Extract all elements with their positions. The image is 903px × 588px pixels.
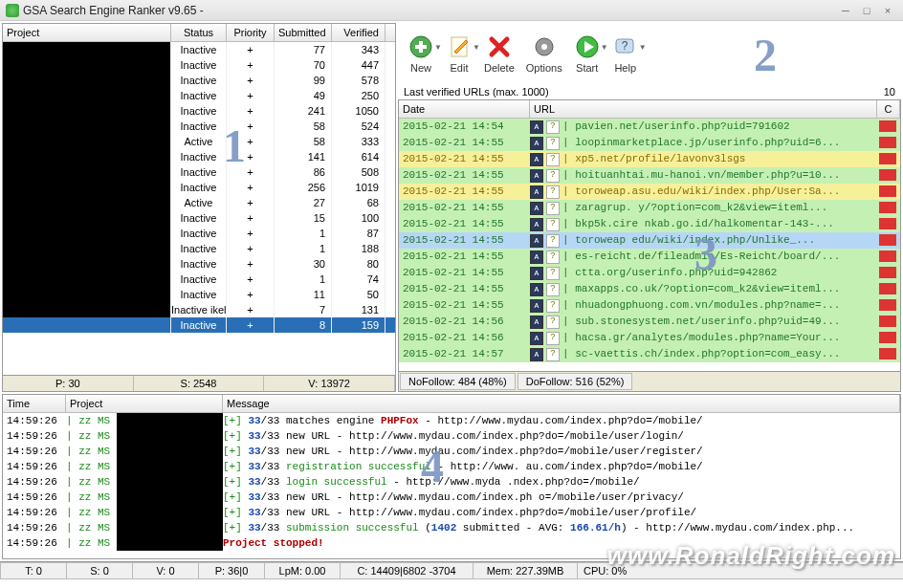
- project-row[interactable]: Inactive+99578: [3, 73, 395, 88]
- dofollow-stat: DoFollow: 516 (52%): [518, 373, 633, 390]
- status-t: T: 0: [0, 562, 67, 579]
- options-button[interactable]: Options: [526, 33, 562, 74]
- url-body[interactable]: 2015-02-21 14:54A?| pavien.net/userinfo.…: [399, 119, 900, 371]
- url-row[interactable]: 2015-02-21 14:55A?| es-reicht.de/fileadm…: [399, 249, 900, 265]
- log-row[interactable]: 14:59:26| zz MS [+] 33/33 new URL - http…: [3, 505, 900, 520]
- status-s: S: 0: [66, 562, 133, 579]
- log-body[interactable]: 14:59:26| zz MS [+] 33/33 matches engine…: [3, 413, 900, 558]
- url-row[interactable]: 2015-02-21 14:56A?| sub.stonesystem.net/…: [399, 314, 900, 330]
- url-row[interactable]: 2015-02-21 14:54A?| pavien.net/userinfo.…: [399, 119, 900, 135]
- projects-panel: Project Status Priority Submitted Verifi…: [2, 23, 396, 392]
- flag-icon: [879, 267, 896, 278]
- svg-text:?: ?: [621, 39, 628, 53]
- toolbar: New▼Edit▼DeleteOptionsStart▼?Help▼: [398, 23, 901, 84]
- project-row[interactable]: Inactive+187: [3, 226, 395, 241]
- project-row[interactable]: Inactive+141614: [3, 149, 395, 164]
- log-row[interactable]: 14:59:26| zz MS [+] 33/33 new URL - http…: [3, 490, 900, 505]
- col-c[interactable]: C: [877, 100, 900, 118]
- col-url[interactable]: URL: [530, 100, 877, 118]
- url-row[interactable]: 2015-02-21 14:55A?| hoituanhtai.mu-hanoi…: [399, 167, 900, 184]
- project-row[interactable]: Inactive+2411050: [3, 103, 395, 119]
- stat-v: V: 13972: [264, 376, 395, 391]
- stat-s: S: 2548: [134, 376, 265, 391]
- log-row[interactable]: 14:59:26| zz MS [+] 33/33 new URL - http…: [3, 444, 900, 459]
- flag-icon: [879, 137, 896, 148]
- projects-stats: P: 30 S: 2548 V: 13972: [3, 375, 395, 391]
- url-row[interactable]: 2015-02-21 14:57A?| sc-vaettis.ch/index.…: [399, 346, 900, 362]
- maximize-button[interactable]: □: [857, 4, 876, 17]
- edit-button[interactable]: Edit▼: [446, 33, 473, 74]
- flag-icon: [879, 202, 896, 213]
- chevron-down-icon[interactable]: ▼: [473, 43, 480, 52]
- log-row[interactable]: 14:59:26| zz MS [+] 33/33 submission suc…: [3, 520, 900, 535]
- log-row[interactable]: 14:59:26| zz MS Project stopped!: [3, 535, 900, 551]
- project-row[interactable]: Inactive+58524: [3, 119, 395, 134]
- url-header: Date URL C: [399, 100, 900, 119]
- project-row[interactable]: Inactive+86508: [3, 164, 395, 180]
- col-project[interactable]: Project: [3, 24, 171, 41]
- log-row[interactable]: 14:59:26| zz MS [+] 33/33 login successf…: [3, 474, 900, 490]
- col-time[interactable]: Time: [3, 395, 66, 412]
- chevron-down-icon[interactable]: ▼: [639, 43, 647, 52]
- url-row[interactable]: 2015-02-21 14:55A?| loopinmarketplace.jp…: [399, 135, 900, 151]
- svg-rect-2: [419, 41, 423, 53]
- url-row[interactable]: 2015-02-21 14:55A?| ctta.org/userinfo.ph…: [399, 265, 900, 281]
- log-row[interactable]: 14:59:26| zz MS [+] 33/33 new URL - http…: [3, 428, 900, 444]
- projects-body[interactable]: Inactive+77343Inactive+70447Inactive+995…: [3, 42, 395, 375]
- url-row[interactable]: 2015-02-21 14:56A?| hacsa.gr/analytes/mo…: [399, 330, 900, 346]
- close-button[interactable]: ×: [878, 4, 897, 17]
- flag-icon: [879, 234, 896, 246]
- x-icon: [486, 33, 513, 60]
- projects-header: Project Status Priority Submitted Verifi…: [3, 24, 395, 42]
- url-row[interactable]: 2015-02-21 14:55A?| toroweap edu/wiki/in…: [399, 232, 900, 249]
- delete-button[interactable]: Delete: [484, 33, 515, 74]
- url-row[interactable]: 2015-02-21 14:55A?| nhuadongphuong.com.v…: [399, 297, 900, 314]
- project-row[interactable]: Inactive+15100: [3, 210, 395, 226]
- new-button[interactable]: New▼: [407, 33, 434, 74]
- project-row[interactable]: Inactive+174: [3, 272, 395, 287]
- url-row[interactable]: 2015-02-21 14:55A?| bkp5k.cire nkab.go.i…: [399, 216, 900, 232]
- project-row[interactable]: Active+58333: [3, 134, 395, 149]
- project-row[interactable]: Inactive ikel ...+7131: [3, 302, 395, 317]
- flag-icon: [879, 120, 896, 132]
- status-p: P: 36|0: [198, 562, 265, 579]
- log-row[interactable]: 14:59:26| zz MS [+] 33/33 matches engine…: [3, 413, 900, 428]
- project-row[interactable]: Inactive+49250: [3, 88, 395, 103]
- project-row[interactable]: Inactive+8159: [3, 317, 395, 333]
- titlebar: GSA Search Engine Ranker v9.65 - ─ □ ×: [0, 0, 903, 21]
- url-row[interactable]: 2015-02-21 14:55A?| zaragrup. y/?option=…: [399, 200, 900, 216]
- col-message[interactable]: Message: [223, 395, 900, 412]
- project-row[interactable]: Inactive+1188: [3, 241, 395, 256]
- flag-icon: [879, 153, 896, 164]
- chevron-down-icon[interactable]: ▼: [434, 43, 442, 52]
- col-submitted[interactable]: Submitted: [275, 24, 332, 41]
- url-row[interactable]: 2015-02-21 14:55A?| xp5.net/profile/lavo…: [399, 151, 900, 167]
- status-c: C: 14409|6802 -3704: [340, 562, 474, 579]
- project-row[interactable]: Active+2768: [3, 195, 395, 210]
- chevron-down-icon[interactable]: ▼: [601, 43, 608, 52]
- project-row[interactable]: Inactive+1150: [3, 287, 395, 302]
- flag-icon: [879, 185, 896, 197]
- col-project[interactable]: Project: [66, 395, 223, 412]
- right-panel: New▼Edit▼DeleteOptionsStart▼?Help▼ Last …: [398, 23, 901, 392]
- col-priority[interactable]: Priority: [227, 24, 275, 41]
- start-button[interactable]: Start▼: [574, 33, 601, 74]
- plus-icon: [407, 33, 434, 60]
- log-row[interactable]: 14:59:26| zz MS [+] 33/33 registration s…: [3, 459, 900, 474]
- project-row[interactable]: Inactive+3080: [3, 256, 395, 272]
- follow-stats: NoFollow: 484 (48%) DoFollow: 516 (52%): [399, 371, 900, 391]
- col-date[interactable]: Date: [399, 100, 530, 118]
- project-row[interactable]: Inactive+70447: [3, 57, 395, 73]
- url-grid: Date URL C 2015-02-21 14:54A?| pavien.ne…: [398, 99, 901, 392]
- url-row[interactable]: 2015-02-21 14:55A?| maxapps.co.uk/?optio…: [399, 281, 900, 297]
- minimize-button[interactable]: ─: [836, 4, 855, 17]
- project-row[interactable]: Inactive+77343: [3, 42, 395, 57]
- col-status[interactable]: Status: [171, 24, 227, 41]
- status-lpm: LpM: 0.00: [264, 562, 341, 579]
- help-button[interactable]: ?Help▼: [612, 33, 639, 74]
- url-row[interactable]: 2015-02-21 14:55A?| toroweap.asu.edu/wik…: [399, 184, 900, 200]
- col-verified[interactable]: Verified: [332, 24, 385, 41]
- project-row[interactable]: Inactive+2561019: [3, 180, 395, 195]
- status-cpu: CPU: 0%: [577, 562, 903, 579]
- flag-icon: [879, 169, 896, 181]
